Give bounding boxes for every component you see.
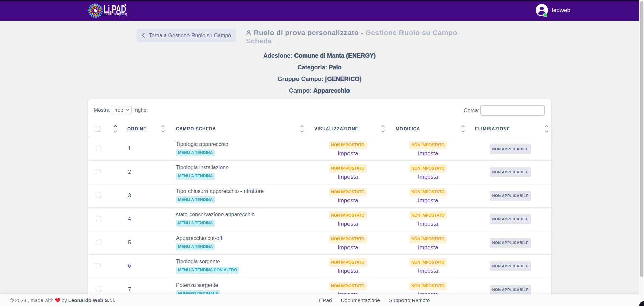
svg-text:mobile mapping: mobile mapping (104, 12, 127, 16)
